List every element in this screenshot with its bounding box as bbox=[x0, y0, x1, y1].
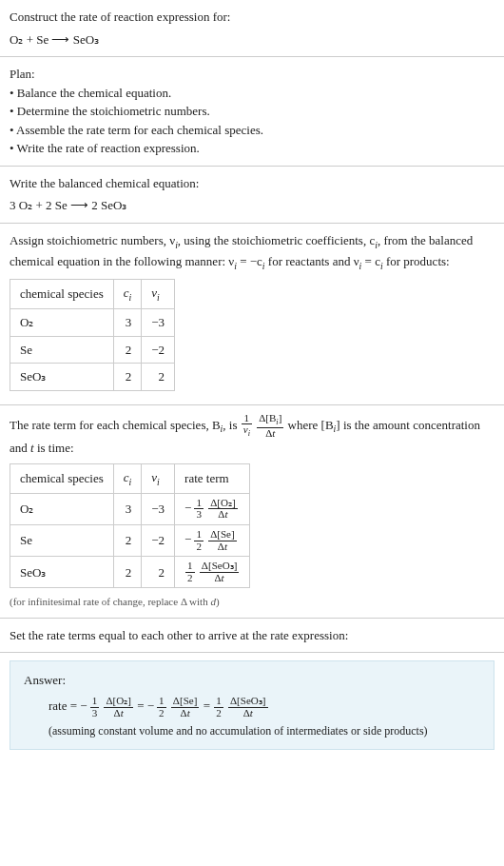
table-header-row: chemical species ci νi rate term bbox=[10, 463, 250, 493]
sign: − bbox=[147, 699, 154, 713]
set-equal-section: Set the rate terms equal to each other t… bbox=[0, 619, 504, 654]
species-cell: O₂ bbox=[10, 309, 114, 337]
nu-cell: 2 bbox=[142, 557, 175, 588]
table-row: Se 2 −2 bbox=[10, 336, 175, 364]
table-caption: (for infinitesimal rate of change, repla… bbox=[10, 594, 494, 610]
text: The rate term for each chemical species,… bbox=[10, 417, 221, 431]
text: where [B bbox=[284, 417, 333, 431]
text: for products: bbox=[383, 254, 450, 268]
plan-item: • Write the rate of reaction expression. bbox=[10, 139, 494, 158]
fraction: 12 bbox=[185, 561, 195, 583]
table-header-row: chemical species ci νi bbox=[10, 279, 175, 308]
prompt-section: Construct the rate of reaction expressio… bbox=[0, 0, 504, 57]
plan-item: • Balance the chemical equation. bbox=[10, 84, 494, 103]
species-cell: O₂ bbox=[10, 493, 114, 524]
fraction: 12 bbox=[194, 529, 204, 552]
nu-cell: −3 bbox=[142, 493, 175, 524]
sign: − bbox=[80, 699, 87, 713]
stoich-table: chemical species ci νi O₂ 3 −3 Se 2 −2 S… bbox=[10, 279, 175, 391]
nu-cell: −3 bbox=[142, 309, 175, 337]
fraction: 13 bbox=[90, 696, 100, 718]
sep: = bbox=[134, 699, 147, 713]
fraction: Δ[Se]Δt bbox=[171, 696, 200, 718]
answer-label: Answer: bbox=[24, 671, 480, 690]
assign-intro: Assign stoichiometric numbers, νi, using… bbox=[10, 231, 494, 273]
text: = −c bbox=[237, 254, 262, 268]
rate-term-section: The rate term for each chemical species,… bbox=[0, 405, 504, 619]
c-cell: 3 bbox=[113, 309, 142, 337]
fraction: 13 bbox=[194, 498, 204, 521]
fraction: Δ[O₂]Δt bbox=[104, 696, 132, 718]
table-header: ci bbox=[113, 279, 142, 308]
fraction: Δ[Se]Δt bbox=[208, 529, 237, 552]
table-row: Se 2 −2 −12 Δ[Se]Δt bbox=[10, 525, 250, 557]
answer-rate: rate = −13 Δ[O₂]Δt = −12 Δ[Se]Δt = 12 Δ[… bbox=[48, 696, 480, 718]
text: for reactants and ν bbox=[265, 254, 359, 268]
nu-cell: 2 bbox=[142, 364, 175, 391]
text: = c bbox=[361, 254, 380, 268]
c-cell: 2 bbox=[113, 364, 142, 391]
fraction: Δ[SeO₃]Δt bbox=[200, 561, 240, 583]
species-cell: Se bbox=[10, 336, 114, 364]
text: , using the stoichiometric coefficients,… bbox=[178, 233, 375, 247]
rate-term-cell: −12 Δ[Se]Δt bbox=[175, 525, 250, 557]
table-row: SeO₃ 2 2 bbox=[10, 364, 175, 391]
species-cell: SeO₃ bbox=[10, 557, 114, 588]
c-cell: 2 bbox=[113, 336, 142, 364]
sign: − bbox=[184, 501, 191, 515]
balanced-section: Write the balanced chemical equation: 3 … bbox=[0, 167, 504, 224]
rate-term-intro: The rate term for each chemical species,… bbox=[10, 413, 494, 458]
table-row: SeO₃ 2 2 12 Δ[SeO₃]Δt bbox=[10, 557, 250, 588]
plan-item: • Assemble the rate term for each chemic… bbox=[10, 121, 494, 140]
fraction: Δ[O₂]Δt bbox=[208, 498, 237, 521]
sep: = bbox=[200, 699, 213, 713]
table-row: O₂ 3 −3 bbox=[10, 309, 175, 337]
set-equal-text: Set the rate terms equal to each other t… bbox=[10, 626, 494, 645]
rate-term-cell: 12 Δ[SeO₃]Δt bbox=[175, 557, 250, 588]
fraction: 12 bbox=[157, 696, 166, 718]
species-cell: Se bbox=[10, 525, 114, 557]
assign-section: Assign stoichiometric numbers, νi, using… bbox=[0, 224, 504, 405]
table-header: νi bbox=[142, 463, 175, 493]
rate-term-table: chemical species ci νi rate term O₂ 3 −3… bbox=[10, 463, 250, 589]
plan-section: Plan: • Balance the chemical equation. •… bbox=[0, 57, 504, 167]
plan-title: Plan: bbox=[10, 65, 494, 84]
text: , is bbox=[223, 417, 240, 431]
table-row: O₂ 3 −3 −13 Δ[O₂]Δt bbox=[10, 493, 250, 524]
rate-lhs: rate = bbox=[48, 699, 80, 713]
text: is time: bbox=[34, 441, 74, 455]
c-cell: 2 bbox=[113, 557, 142, 588]
fraction: Δ[SeO₃]Δt bbox=[228, 696, 268, 718]
fraction: 12 bbox=[214, 696, 223, 718]
table-header: ci bbox=[113, 463, 142, 493]
prompt-title: Construct the rate of reaction expressio… bbox=[10, 8, 494, 27]
nu-cell: −2 bbox=[142, 336, 175, 364]
sign: − bbox=[184, 532, 191, 546]
answer-note: (assuming constant volume and no accumul… bbox=[48, 722, 480, 739]
c-cell: 2 bbox=[113, 525, 142, 557]
nu-cell: −2 bbox=[142, 525, 175, 557]
plan-item: • Determine the stoichiometric numbers. bbox=[10, 102, 494, 121]
balanced-equation: 3 O₂ + 2 Se ⟶ 2 SeO₃ bbox=[10, 196, 494, 215]
table-header: chemical species bbox=[10, 279, 114, 308]
fraction: 1νi bbox=[242, 413, 252, 439]
table-header: chemical species bbox=[10, 463, 114, 493]
text: Assign stoichiometric numbers, ν bbox=[10, 233, 175, 247]
fraction: Δ[Bi]Δt bbox=[257, 413, 283, 439]
c-cell: 3 bbox=[113, 493, 142, 524]
species-cell: SeO₃ bbox=[10, 364, 114, 391]
rate-term-cell: −13 Δ[O₂]Δt bbox=[175, 493, 250, 524]
balanced-title: Write the balanced chemical equation: bbox=[10, 174, 494, 193]
table-header: rate term bbox=[175, 463, 250, 493]
table-header: νi bbox=[142, 279, 175, 308]
prompt-equation: O₂ + Se ⟶ SeO₃ bbox=[10, 30, 494, 49]
answer-box: Answer: rate = −13 Δ[O₂]Δt = −12 Δ[Se]Δt… bbox=[10, 660, 494, 750]
